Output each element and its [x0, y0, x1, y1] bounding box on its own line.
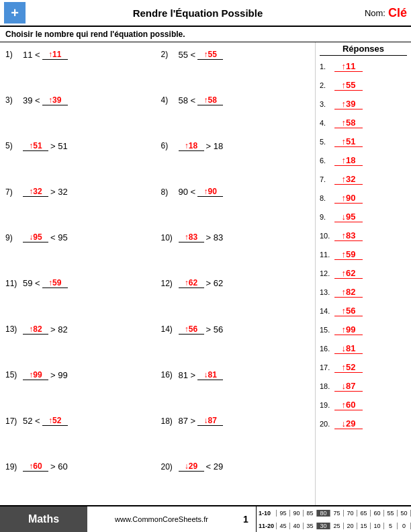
- q-text: ↓95 < 95: [23, 232, 68, 242]
- q-expression: 81 >: [179, 370, 196, 380]
- answer-item: 4. ↑58: [320, 114, 407, 132]
- answers-header: Réponses: [320, 44, 407, 56]
- q-text: 58 < ↑58: [179, 95, 224, 105]
- q-text: 90 < ↑90: [179, 187, 224, 197]
- q-answer-box: ↑60: [23, 461, 48, 472]
- answer-item: 16. ↓81: [320, 339, 407, 358]
- answer-item: 17. ↑52: [320, 358, 407, 377]
- ans-val: ↑51: [334, 136, 363, 147]
- answer-item: 20. ↓29: [320, 414, 407, 433]
- score-cell: 30: [317, 523, 330, 529]
- answer-value: 95: [33, 232, 42, 242]
- q-suffix: > 51: [50, 141, 68, 151]
- q-answer-box: ↑62: [179, 278, 204, 288]
- maths-label: Maths: [0, 506, 87, 532]
- ans-val: ↑58: [334, 118, 363, 128]
- ans-num: 10.: [320, 232, 334, 240]
- question-item: 16)81 > ↓81: [161, 365, 310, 384]
- q-answer-box: ↑39: [42, 95, 68, 105]
- q-num: 20): [161, 462, 179, 472]
- score-cell: 0: [398, 523, 411, 529]
- q-suffix: > 82: [50, 324, 68, 335]
- score-cell: 20: [344, 523, 357, 529]
- answer-item: 5. ↑51: [320, 132, 407, 151]
- score-cell: 40: [290, 523, 304, 529]
- q-expression: 11 <: [23, 50, 40, 60]
- q-num: 3): [5, 95, 23, 105]
- score-cell: 55: [384, 510, 398, 517]
- header: + Rendre l'Équation Possible Nom: Clé: [0, 0, 411, 27]
- question-item: 13) ↑82 > 82: [5, 320, 154, 339]
- q-text: 55 < ↑55: [179, 50, 224, 60]
- instructions: Choisir le nombre qui rend l'équation po…: [0, 27, 411, 42]
- question-item: 4)58 < ↑58: [161, 91, 310, 109]
- ans-num: 9.: [320, 213, 334, 221]
- question-item: 3)39 < ↑39: [5, 91, 154, 109]
- ans-num: 14.: [320, 307, 334, 315]
- ans-num: 8.: [320, 194, 334, 202]
- score-row: 11-20454035302520151050: [257, 519, 411, 532]
- ans-num: 1.: [320, 62, 334, 71]
- q-expression: 58 <: [179, 95, 196, 105]
- ans-value: 90: [346, 193, 355, 203]
- answer-item: 9. ↓95: [320, 208, 407, 226]
- q-suffix: > 62: [206, 278, 224, 288]
- q-text: 59 < ↑59: [23, 278, 68, 288]
- q-suffix: < 29: [206, 461, 224, 472]
- ans-num: 7.: [320, 175, 334, 183]
- q-num: 9): [5, 233, 23, 242]
- q-num: 12): [161, 279, 179, 288]
- q-text: ↑51 > 51: [23, 141, 68, 151]
- ans-value: 60: [346, 400, 355, 410]
- answer-item: 12. ↑62: [320, 264, 407, 283]
- q-expression: 52 <: [23, 416, 40, 426]
- ans-num: 17.: [320, 363, 334, 371]
- answer-item: 19. ↑60: [320, 396, 407, 414]
- q-num: 19): [5, 462, 23, 472]
- ans-value: 87: [346, 381, 355, 391]
- q-num: 5): [5, 141, 23, 150]
- q-suffix: > 60: [50, 461, 68, 472]
- q-expression: 55 <: [179, 50, 196, 60]
- q-text: 52 < ↑52: [23, 416, 68, 426]
- score-label: 1-10: [257, 510, 277, 517]
- q-text: ↑99 > 99: [23, 370, 68, 380]
- score-row: 1-1095908580757065605550: [257, 506, 411, 519]
- answer-value: 39: [52, 95, 61, 105]
- answer-item: 18. ↓87: [320, 377, 407, 396]
- question-item: 8)90 < ↑90: [161, 183, 310, 202]
- q-text: ↓29 < 29: [179, 461, 224, 472]
- q-answer-box: ↑11: [42, 50, 68, 60]
- footer-url: www.CommonCoreSheets.fr: [87, 506, 236, 532]
- score-cell: 10: [371, 523, 384, 529]
- q-expression: 90 <: [179, 187, 196, 197]
- q-num: 7): [5, 187, 23, 197]
- ans-num: 5.: [320, 138, 334, 146]
- answer-value: 87: [208, 416, 216, 425]
- question-item: 14) ↑56 > 56: [161, 320, 310, 339]
- cle-label: Clé: [388, 6, 407, 20]
- question-item: 15) ↑99 > 99: [5, 365, 154, 384]
- answer-item: 7. ↑32: [320, 170, 407, 189]
- score-cell: 65: [357, 510, 371, 517]
- score-cell: 45: [277, 523, 290, 529]
- q-suffix: > 56: [206, 324, 224, 335]
- q-num: 10): [161, 233, 179, 242]
- ans-value: 81: [346, 343, 355, 353]
- ans-value: 51: [346, 136, 355, 146]
- answer-item: 15. ↑99: [320, 320, 407, 339]
- score-cell: 25: [330, 523, 344, 529]
- q-text: 11 < ↑11: [23, 50, 68, 60]
- ans-value: 58: [346, 118, 355, 128]
- question-item: 7) ↑32 > 32: [5, 183, 154, 202]
- q-suffix: > 32: [50, 187, 68, 197]
- ans-val: ↑60: [334, 400, 363, 410]
- answer-item: 6. ↑18: [320, 151, 407, 170]
- ans-value: 56: [346, 306, 355, 316]
- score-cell: 60: [371, 510, 384, 517]
- ans-value: 55: [346, 80, 355, 90]
- answers-list: 1. ↑11 2. ↑55 3. ↑39 4. ↑58 5. ↑51 6. ↑1…: [320, 57, 407, 433]
- score-cell: 95: [277, 510, 290, 517]
- q-num: 11): [5, 279, 23, 288]
- questions-column: 1)11 < ↑11 2)55 < ↑55 3)39 < ↑39 4)58 < …: [0, 42, 316, 506]
